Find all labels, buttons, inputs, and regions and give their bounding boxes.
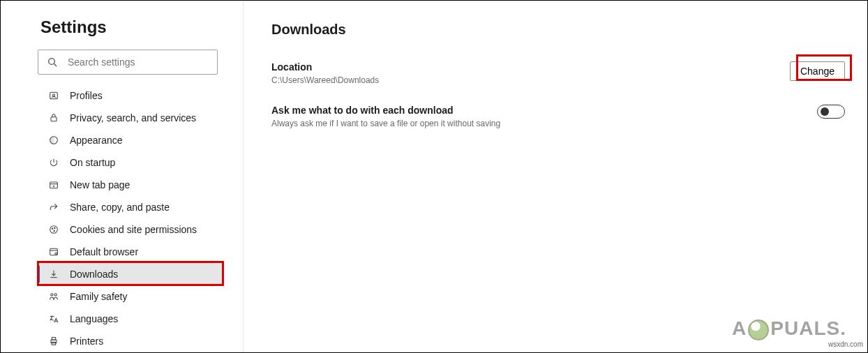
page-heading: Downloads	[271, 22, 848, 38]
svg-rect-4	[51, 117, 57, 121]
search-input[interactable]	[68, 57, 209, 68]
settings-sidebar: Settings Profiles Privacy, search, and s…	[1, 1, 244, 352]
change-location-button[interactable]: Change	[790, 61, 845, 81]
sidebar-item-label: Downloads	[70, 269, 118, 280]
toggle-knob	[821, 107, 829, 116]
location-path: C:\Users\Wareed\Downloads	[271, 75, 379, 85]
svg-point-11	[52, 228, 52, 229]
location-setting-row: Location C:\Users\Wareed\Downloads Chang…	[271, 61, 848, 85]
ask-toggle[interactable]	[817, 105, 845, 119]
sidebar-item-profiles[interactable]: Profiles	[38, 84, 223, 107]
sidebar-item-label: Family safety	[70, 291, 127, 302]
cookies-icon	[47, 223, 60, 236]
sidebar-item-label: Share, copy, and paste	[70, 202, 170, 213]
ask-title: Ask me what to do with each download	[271, 105, 500, 116]
svg-point-13	[54, 230, 54, 231]
browser-icon	[47, 246, 60, 258]
sidebar-item-languages[interactable]: Languages	[38, 308, 223, 330]
search-icon	[47, 57, 58, 68]
sidebar-item-share[interactable]: Share, copy, and paste	[38, 196, 223, 218]
svg-point-10	[50, 226, 58, 234]
svg-point-0	[49, 59, 55, 65]
svg-rect-23	[52, 342, 55, 345]
download-icon	[47, 268, 60, 280]
languages-icon	[47, 313, 60, 325]
sidebar-item-label: On startup	[70, 157, 115, 168]
svg-rect-6	[50, 182, 58, 188]
settings-nav: Profiles Privacy, search, and services A…	[38, 84, 223, 352]
sidebar-item-cookies[interactable]: Cookies and site permissions	[38, 218, 223, 241]
appearance-icon	[47, 134, 60, 147]
svg-point-18	[51, 294, 53, 296]
profiles-icon	[47, 89, 60, 102]
sidebar-item-label: Cookies and site permissions	[70, 224, 197, 235]
sidebar-item-downloads[interactable]: Downloads	[38, 263, 223, 285]
settings-title: Settings	[40, 17, 223, 37]
svg-point-12	[54, 227, 55, 228]
location-title: Location	[271, 61, 379, 73]
svg-point-19	[54, 294, 57, 296]
sidebar-item-appearance[interactable]: Appearance	[38, 129, 223, 151]
ask-subtitle: Always ask me if I want to save a file o…	[271, 119, 500, 128]
printers-icon	[47, 335, 60, 347]
sidebar-item-new-tab[interactable]: New tab page	[38, 174, 223, 196]
share-icon	[47, 201, 60, 213]
svg-point-3	[52, 94, 54, 96]
sidebar-item-default-browser[interactable]: Default browser	[38, 241, 223, 263]
svg-line-1	[54, 63, 57, 66]
sidebar-item-label: Appearance	[70, 135, 123, 146]
svg-point-16	[55, 253, 57, 255]
new-tab-icon	[47, 179, 60, 191]
sidebar-item-label: Profiles	[70, 90, 103, 101]
lock-icon	[47, 112, 60, 124]
svg-rect-22	[52, 338, 55, 340]
brand-logo-icon	[748, 320, 769, 340]
power-icon	[47, 156, 60, 169]
family-icon	[47, 290, 60, 303]
sidebar-item-label: Default browser	[70, 246, 138, 257]
search-settings-field[interactable]	[38, 50, 218, 75]
sidebar-item-on-startup[interactable]: On startup	[38, 151, 223, 174]
svg-rect-14	[50, 248, 58, 255]
svg-rect-2	[50, 92, 58, 98]
sidebar-item-printers[interactable]: Printers	[38, 330, 223, 352]
sidebar-item-label: Languages	[70, 313, 118, 324]
settings-content: Downloads Location C:\Users\Wareed\Downl…	[244, 1, 867, 352]
sidebar-item-family[interactable]: Family safety	[38, 285, 223, 308]
sidebar-item-label: Printers	[70, 336, 103, 347]
source-watermark: wsxdn.com	[828, 340, 863, 348]
sidebar-item-privacy[interactable]: Privacy, search, and services	[38, 107, 223, 129]
sidebar-item-label: Privacy, search, and services	[70, 112, 196, 123]
sidebar-item-label: New tab page	[70, 179, 130, 190]
brand-watermark: APUALS.	[732, 317, 846, 340]
ask-download-row: Ask me what to do with each download Alw…	[271, 105, 848, 128]
